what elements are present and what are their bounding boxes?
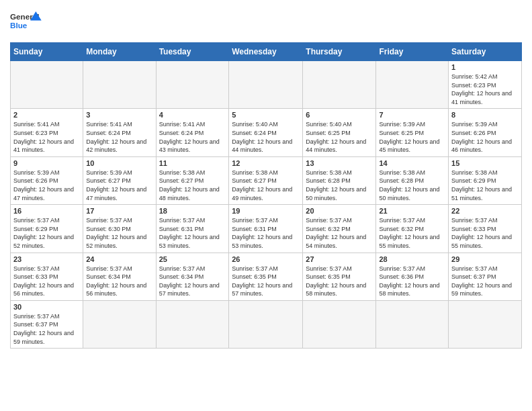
day-number: 27	[306, 255, 373, 263]
day-number: 14	[379, 159, 445, 167]
day-info: Sunrise: 5:39 AM Sunset: 6:27 PM Dayligh…	[86, 169, 152, 202]
calendar-cell: 4Sunrise: 5:41 AM Sunset: 6:24 PM Daylig…	[156, 109, 229, 156]
calendar-cell	[449, 300, 522, 348]
calendar-cell: 19Sunrise: 5:37 AM Sunset: 6:31 PM Dayli…	[229, 205, 303, 253]
calendar-cell	[156, 300, 229, 348]
day-info: Sunrise: 5:37 AM Sunset: 6:32 PM Dayligh…	[379, 216, 445, 250]
day-number: 16	[13, 207, 80, 215]
calendar-week-row: 2Sunrise: 5:41 AM Sunset: 6:23 PM Daylig…	[11, 109, 522, 156]
calendar-cell	[11, 61, 83, 109]
day-number: 25	[159, 255, 226, 263]
day-number: 8	[451, 111, 519, 119]
calendar-cell: 25Sunrise: 5:37 AM Sunset: 6:34 PM Dayli…	[156, 253, 229, 300]
day-number: 17	[86, 207, 152, 215]
calendar-cell: 21Sunrise: 5:37 AM Sunset: 6:32 PM Dayli…	[376, 205, 449, 253]
calendar-cell: 8Sunrise: 5:39 AM Sunset: 6:26 PM Daylig…	[449, 109, 522, 156]
calendar-cell: 13Sunrise: 5:38 AM Sunset: 6:28 PM Dayli…	[303, 156, 376, 204]
day-number: 21	[379, 207, 445, 215]
day-info: Sunrise: 5:41 AM Sunset: 6:23 PM Dayligh…	[13, 120, 80, 154]
day-number: 18	[159, 207, 226, 215]
day-info: Sunrise: 5:37 AM Sunset: 6:36 PM Dayligh…	[379, 265, 445, 298]
day-info: Sunrise: 5:39 AM Sunset: 6:25 PM Dayligh…	[379, 120, 445, 154]
calendar-cell	[376, 61, 449, 109]
day-number: 19	[232, 207, 300, 215]
calendar-cell: 11Sunrise: 5:38 AM Sunset: 6:27 PM Dayli…	[156, 156, 229, 204]
calendar-cell: 3Sunrise: 5:41 AM Sunset: 6:24 PM Daylig…	[83, 109, 156, 156]
calendar-cell: 1Sunrise: 5:42 AM Sunset: 6:23 PM Daylig…	[449, 61, 522, 109]
day-info: Sunrise: 5:38 AM Sunset: 6:27 PM Dayligh…	[232, 169, 300, 202]
day-info: Sunrise: 5:37 AM Sunset: 6:34 PM Dayligh…	[159, 265, 226, 298]
day-header-friday: Friday	[376, 43, 449, 61]
day-info: Sunrise: 5:39 AM Sunset: 6:26 PM Dayligh…	[451, 120, 519, 154]
day-number: 2	[13, 111, 80, 119]
day-info: Sunrise: 5:37 AM Sunset: 6:32 PM Dayligh…	[306, 216, 373, 250]
calendar-cell: 5Sunrise: 5:40 AM Sunset: 6:24 PM Daylig…	[229, 109, 303, 156]
calendar-cell: 10Sunrise: 5:39 AM Sunset: 6:27 PM Dayli…	[83, 156, 156, 204]
day-info: Sunrise: 5:37 AM Sunset: 6:33 PM Dayligh…	[451, 216, 519, 250]
day-info: Sunrise: 5:38 AM Sunset: 6:29 PM Dayligh…	[451, 169, 519, 202]
calendar-cell: 2Sunrise: 5:41 AM Sunset: 6:23 PM Daylig…	[11, 109, 83, 156]
calendar-cell: 16Sunrise: 5:37 AM Sunset: 6:29 PM Dayli…	[11, 205, 83, 253]
calendar-cell: 12Sunrise: 5:38 AM Sunset: 6:27 PM Dayli…	[229, 156, 303, 204]
day-number: 9	[13, 159, 80, 167]
calendar-cell	[229, 300, 303, 348]
calendar-cell	[156, 61, 229, 109]
calendar-cell: 9Sunrise: 5:39 AM Sunset: 6:26 PM Daylig…	[11, 156, 83, 204]
day-info: Sunrise: 5:37 AM Sunset: 6:37 PM Dayligh…	[451, 265, 519, 298]
day-number: 6	[306, 111, 373, 119]
day-info: Sunrise: 5:37 AM Sunset: 6:34 PM Dayligh…	[86, 265, 152, 298]
day-info: Sunrise: 5:41 AM Sunset: 6:24 PM Dayligh…	[159, 120, 226, 154]
day-info: Sunrise: 5:37 AM Sunset: 6:29 PM Dayligh…	[13, 216, 80, 250]
calendar-week-row: 30Sunrise: 5:37 AM Sunset: 6:37 PM Dayli…	[11, 300, 522, 348]
day-info: Sunrise: 5:37 AM Sunset: 6:33 PM Dayligh…	[13, 265, 80, 298]
logo-svg: General Blue	[10, 7, 44, 37]
day-number: 5	[232, 111, 300, 119]
calendar-cell: 7Sunrise: 5:39 AM Sunset: 6:25 PM Daylig…	[376, 109, 449, 156]
day-number: 28	[379, 255, 445, 263]
calendar-cell: 22Sunrise: 5:37 AM Sunset: 6:33 PM Dayli…	[449, 205, 522, 253]
day-info: Sunrise: 5:37 AM Sunset: 6:31 PM Dayligh…	[159, 216, 226, 250]
day-header-wednesday: Wednesday	[229, 43, 303, 61]
calendar-cell: 18Sunrise: 5:37 AM Sunset: 6:31 PM Dayli…	[156, 205, 229, 253]
day-info: Sunrise: 5:37 AM Sunset: 6:35 PM Dayligh…	[306, 265, 373, 298]
day-info: Sunrise: 5:42 AM Sunset: 6:23 PM Dayligh…	[451, 73, 519, 106]
day-number: 12	[232, 159, 300, 167]
day-info: Sunrise: 5:41 AM Sunset: 6:24 PM Dayligh…	[86, 120, 152, 154]
day-number: 26	[232, 255, 300, 263]
day-number: 1	[451, 63, 519, 71]
calendar-week-row: 16Sunrise: 5:37 AM Sunset: 6:29 PM Dayli…	[11, 205, 522, 253]
calendar-week-row: 9Sunrise: 5:39 AM Sunset: 6:26 PM Daylig…	[11, 156, 522, 204]
day-number: 10	[86, 159, 152, 167]
calendar-table: SundayMondayTuesdayWednesdayThursdayFrid…	[10, 42, 522, 349]
day-number: 24	[86, 255, 152, 263]
svg-text:Blue: Blue	[10, 21, 28, 30]
day-info: Sunrise: 5:39 AM Sunset: 6:26 PM Dayligh…	[13, 169, 80, 202]
calendar-cell: 20Sunrise: 5:37 AM Sunset: 6:32 PM Dayli…	[303, 205, 376, 253]
day-number: 22	[451, 207, 519, 215]
calendar-week-row: 1Sunrise: 5:42 AM Sunset: 6:23 PM Daylig…	[11, 61, 522, 109]
calendar-cell: 6Sunrise: 5:40 AM Sunset: 6:25 PM Daylig…	[303, 109, 376, 156]
day-number: 20	[306, 207, 373, 215]
calendar-cell	[303, 300, 376, 348]
calendar-cell	[83, 300, 156, 348]
calendar-cell: 14Sunrise: 5:38 AM Sunset: 6:28 PM Dayli…	[376, 156, 449, 204]
calendar-cell	[83, 61, 156, 109]
day-number: 23	[13, 255, 80, 263]
day-number: 13	[306, 159, 373, 167]
day-number: 4	[159, 111, 226, 119]
day-info: Sunrise: 5:40 AM Sunset: 6:24 PM Dayligh…	[232, 120, 300, 154]
day-header-sunday: Sunday	[11, 43, 83, 61]
day-number: 30	[13, 303, 80, 311]
day-header-tuesday: Tuesday	[156, 43, 229, 61]
day-header-thursday: Thursday	[303, 43, 376, 61]
day-number: 3	[86, 111, 152, 119]
day-info: Sunrise: 5:38 AM Sunset: 6:28 PM Dayligh…	[306, 169, 373, 202]
day-info: Sunrise: 5:40 AM Sunset: 6:25 PM Dayligh…	[306, 120, 373, 154]
page-header: General Blue	[10, 7, 522, 37]
day-info: Sunrise: 5:37 AM Sunset: 6:37 PM Dayligh…	[13, 312, 80, 346]
calendar-cell: 17Sunrise: 5:37 AM Sunset: 6:30 PM Dayli…	[83, 205, 156, 253]
day-info: Sunrise: 5:37 AM Sunset: 6:31 PM Dayligh…	[232, 216, 300, 250]
day-number: 7	[379, 111, 445, 119]
day-header-monday: Monday	[83, 43, 156, 61]
calendar-cell: 28Sunrise: 5:37 AM Sunset: 6:36 PM Dayli…	[376, 253, 449, 300]
